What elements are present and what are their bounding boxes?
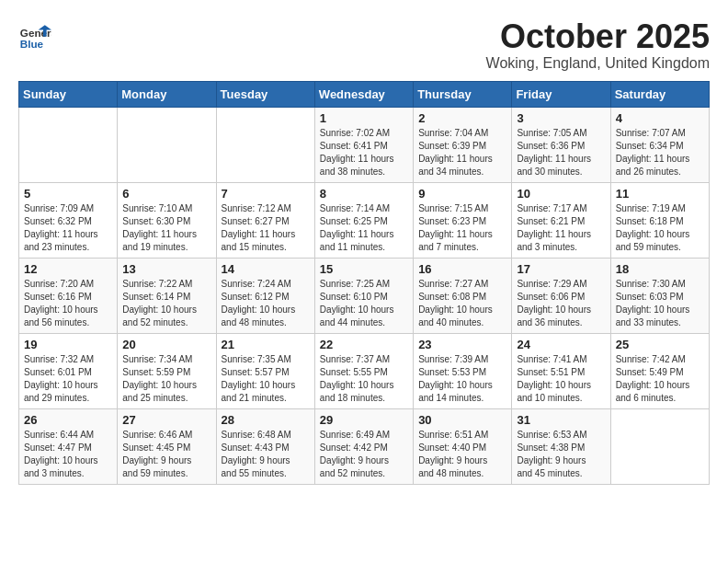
day-info: Sunrise: 7:22 AM Sunset: 6:14 PM Dayligh… [122,278,210,329]
calendar-week-row: 12Sunrise: 7:20 AM Sunset: 6:16 PM Dayli… [19,258,710,333]
weekday-header-wednesday: Wednesday [314,81,413,107]
day-number: 27 [122,413,210,427]
day-number: 5 [24,187,112,201]
calendar-cell: 10Sunrise: 7:17 AM Sunset: 6:21 PM Dayli… [512,182,610,258]
day-number: 16 [418,262,506,276]
day-info: Sunrise: 6:46 AM Sunset: 4:45 PM Dayligh… [122,429,210,480]
day-info: Sunrise: 7:30 AM Sunset: 6:03 PM Dayligh… [616,278,704,329]
calendar-cell: 16Sunrise: 7:27 AM Sunset: 6:08 PM Dayli… [414,258,512,333]
calendar-cell: 13Sunrise: 7:22 AM Sunset: 6:14 PM Dayli… [118,258,216,333]
day-number: 28 [222,413,310,427]
calendar-cell: 9Sunrise: 7:15 AM Sunset: 6:23 PM Daylig… [414,182,512,258]
page-header: General Blue October 2025 Woking, Englan… [18,18,710,72]
calendar-cell: 3Sunrise: 7:05 AM Sunset: 6:36 PM Daylig… [512,107,610,182]
day-number: 14 [222,262,310,276]
day-info: Sunrise: 7:42 AM Sunset: 5:49 PM Dayligh… [616,353,704,405]
day-number: 7 [222,187,310,201]
calendar-cell: 29Sunrise: 6:49 AM Sunset: 4:42 PM Dayli… [314,408,413,484]
calendar-cell: 28Sunrise: 6:48 AM Sunset: 4:43 PM Dayli… [216,408,314,484]
day-number: 19 [24,338,112,351]
calendar-cell: 8Sunrise: 7:14 AM Sunset: 6:25 PM Daylig… [314,182,413,258]
calendar-cell: 22Sunrise: 7:37 AM Sunset: 5:55 PM Dayli… [314,333,413,408]
day-number: 9 [418,187,506,201]
calendar-cell: 18Sunrise: 7:30 AM Sunset: 6:03 PM Dayli… [610,258,709,333]
day-info: Sunrise: 7:04 AM Sunset: 6:39 PM Dayligh… [418,127,506,178]
calendar-cell: 19Sunrise: 7:32 AM Sunset: 6:01 PM Dayli… [19,333,118,408]
day-info: Sunrise: 7:35 AM Sunset: 5:57 PM Dayligh… [222,353,310,405]
calendar-cell: 7Sunrise: 7:12 AM Sunset: 6:27 PM Daylig… [216,182,314,258]
day-info: Sunrise: 7:19 AM Sunset: 6:18 PM Dayligh… [616,202,704,254]
day-number: 8 [320,187,408,201]
day-info: Sunrise: 7:34 AM Sunset: 5:59 PM Dayligh… [122,353,210,405]
calendar-table: SundayMondayTuesdayWednesdayThursdayFrid… [18,81,710,485]
day-info: Sunrise: 7:12 AM Sunset: 6:27 PM Dayligh… [222,202,310,254]
calendar-cell: 23Sunrise: 7:39 AM Sunset: 5:53 PM Dayli… [414,333,512,408]
day-number: 25 [616,338,704,351]
calendar-cell: 4Sunrise: 7:07 AM Sunset: 6:34 PM Daylig… [610,107,709,182]
day-number: 15 [320,262,408,276]
day-info: Sunrise: 7:25 AM Sunset: 6:10 PM Dayligh… [320,278,408,329]
logo-icon: General Blue [18,18,51,52]
calendar-cell: 24Sunrise: 7:41 AM Sunset: 5:51 PM Dayli… [512,333,610,408]
day-number: 22 [320,338,408,351]
day-info: Sunrise: 6:44 AM Sunset: 4:47 PM Dayligh… [24,429,112,480]
day-info: Sunrise: 7:41 AM Sunset: 5:51 PM Dayligh… [517,353,605,405]
day-number: 1 [320,111,408,125]
day-number: 26 [24,413,112,427]
day-number: 31 [517,413,605,427]
location: Woking, England, United Kingdom [486,55,710,72]
day-info: Sunrise: 7:17 AM Sunset: 6:21 PM Dayligh… [517,202,605,254]
day-number: 21 [222,338,310,351]
day-info: Sunrise: 6:53 AM Sunset: 4:38 PM Dayligh… [517,429,605,480]
calendar-cell: 11Sunrise: 7:19 AM Sunset: 6:18 PM Dayli… [610,182,709,258]
calendar-cell: 1Sunrise: 7:02 AM Sunset: 6:41 PM Daylig… [314,107,413,182]
day-number: 29 [320,413,408,427]
calendar-cell [118,107,216,182]
calendar-cell: 21Sunrise: 7:35 AM Sunset: 5:57 PM Dayli… [216,333,314,408]
day-info: Sunrise: 7:39 AM Sunset: 5:53 PM Dayligh… [418,353,506,405]
calendar-cell: 30Sunrise: 6:51 AM Sunset: 4:40 PM Dayli… [414,408,512,484]
calendar-cell: 14Sunrise: 7:24 AM Sunset: 6:12 PM Dayli… [216,258,314,333]
calendar-cell: 31Sunrise: 6:53 AM Sunset: 4:38 PM Dayli… [512,408,610,484]
day-info: Sunrise: 7:27 AM Sunset: 6:08 PM Dayligh… [418,278,506,329]
day-info: Sunrise: 7:37 AM Sunset: 5:55 PM Dayligh… [320,353,408,405]
calendar-week-row: 19Sunrise: 7:32 AM Sunset: 6:01 PM Dayli… [19,333,710,408]
day-number: 18 [616,262,704,276]
calendar-cell: 2Sunrise: 7:04 AM Sunset: 6:39 PM Daylig… [414,107,512,182]
weekday-header-thursday: Thursday [414,81,512,107]
weekday-header-monday: Monday [118,81,216,107]
day-number: 4 [616,111,704,125]
day-number: 17 [517,262,605,276]
weekday-header-sunday: Sunday [19,81,118,107]
day-info: Sunrise: 7:14 AM Sunset: 6:25 PM Dayligh… [320,202,408,254]
day-info: Sunrise: 7:24 AM Sunset: 6:12 PM Dayligh… [222,278,310,329]
day-number: 20 [122,338,210,351]
day-number: 13 [122,262,210,276]
svg-text:Blue: Blue [20,38,44,50]
calendar-cell [610,408,709,484]
day-info: Sunrise: 7:32 AM Sunset: 6:01 PM Dayligh… [24,353,112,405]
day-info: Sunrise: 6:49 AM Sunset: 4:42 PM Dayligh… [320,429,408,480]
weekday-header-row: SundayMondayTuesdayWednesdayThursdayFrid… [19,81,710,107]
calendar-cell: 15Sunrise: 7:25 AM Sunset: 6:10 PM Dayli… [314,258,413,333]
weekday-header-friday: Friday [512,81,610,107]
weekday-header-saturday: Saturday [610,81,709,107]
calendar-cell: 12Sunrise: 7:20 AM Sunset: 6:16 PM Dayli… [19,258,118,333]
calendar-cell [19,107,118,182]
title-block: October 2025 Woking, England, United Kin… [486,18,710,72]
calendar-cell [216,107,314,182]
day-info: Sunrise: 7:10 AM Sunset: 6:30 PM Dayligh… [122,202,210,254]
day-number: 12 [24,262,112,276]
calendar-week-row: 1Sunrise: 7:02 AM Sunset: 6:41 PM Daylig… [19,107,710,182]
day-number: 3 [517,111,605,125]
day-info: Sunrise: 7:20 AM Sunset: 6:16 PM Dayligh… [24,278,112,329]
day-info: Sunrise: 7:07 AM Sunset: 6:34 PM Dayligh… [616,127,704,178]
day-info: Sunrise: 6:51 AM Sunset: 4:40 PM Dayligh… [418,429,506,480]
day-number: 23 [418,338,506,351]
calendar-cell: 17Sunrise: 7:29 AM Sunset: 6:06 PM Dayli… [512,258,610,333]
calendar-week-row: 26Sunrise: 6:44 AM Sunset: 4:47 PM Dayli… [19,408,710,484]
day-info: Sunrise: 7:15 AM Sunset: 6:23 PM Dayligh… [418,202,506,254]
day-info: Sunrise: 7:02 AM Sunset: 6:41 PM Dayligh… [320,127,408,178]
day-number: 10 [517,187,605,201]
day-info: Sunrise: 7:05 AM Sunset: 6:36 PM Dayligh… [517,127,605,178]
